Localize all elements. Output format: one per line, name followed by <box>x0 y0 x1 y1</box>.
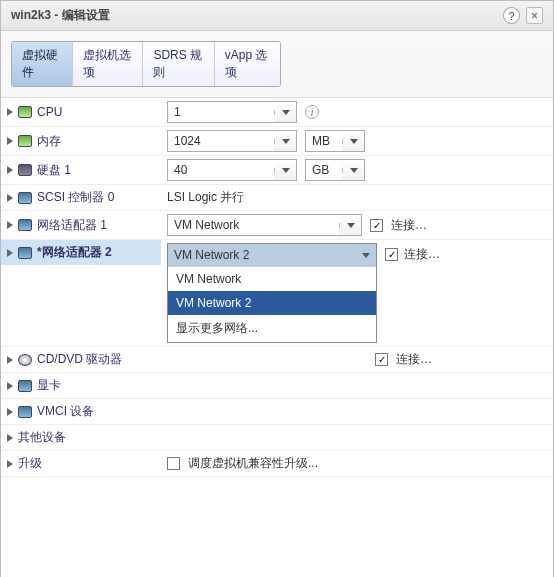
window-title: win2k3 - 编辑设置 <box>11 7 503 24</box>
tab-sdrs-rules[interactable]: SDRS 规则 <box>143 42 214 86</box>
upgrade-label: 升级 <box>18 455 42 472</box>
memory-select[interactable]: 1024 <box>167 130 297 152</box>
net1-connect-checkbox[interactable]: ✓ <box>370 219 383 232</box>
net2-select-open[interactable]: VM Network 2 VM Network VM Network 2 显示更… <box>167 243 377 343</box>
settings-dialog: win2k3 - 编辑设置 ? × 虚拟硬件 虚拟机选项 SDRS 规则 vAp… <box>0 0 554 577</box>
net1-select[interactable]: VM Network <box>167 214 362 236</box>
memory-icon <box>18 135 32 147</box>
row-gpu: 显卡 <box>1 373 553 399</box>
expand-icon[interactable] <box>7 434 13 442</box>
nic-icon <box>18 219 32 231</box>
spacer: 亿速云 <box>1 477 553 577</box>
expand-icon[interactable] <box>7 137 13 145</box>
row-upgrade: 升级 . 调度虚拟机兼容性升级... <box>1 451 553 477</box>
scsi-value: LSI Logic 并行 <box>167 189 244 206</box>
hardware-list: CPU 1 i 内存 1024 <box>1 97 553 577</box>
chevron-down-icon[interactable] <box>274 139 296 144</box>
memory-unit-select[interactable]: MB <box>305 130 365 152</box>
hdd-size-select[interactable]: 40 <box>167 159 297 181</box>
net2-connect-label: 连接… <box>404 246 440 263</box>
cpu-label: CPU <box>37 105 62 119</box>
net2-dropdown-list: VM Network VM Network 2 显示更多网络... <box>168 267 376 342</box>
scsi-label: SCSI 控制器 0 <box>37 189 114 206</box>
chevron-down-icon[interactable] <box>274 110 296 115</box>
vmci-icon <box>18 406 32 418</box>
net1-connect-label: 连接… <box>391 217 427 234</box>
net1-label: 网络适配器 1 <box>37 217 107 234</box>
cd-connect-checkbox[interactable]: ✓ <box>375 353 388 366</box>
nic-icon <box>18 247 32 259</box>
gpu-label: 显卡 <box>37 377 61 394</box>
cd-icon <box>18 354 32 366</box>
cpu-value: 1 <box>168 102 274 122</box>
hdd-label: 硬盘 1 <box>37 162 71 179</box>
row-other: 其他设备 <box>1 425 553 451</box>
tab-virtual-hardware[interactable]: 虚拟硬件 <box>12 42 73 86</box>
hdd-icon <box>18 164 32 176</box>
info-icon[interactable]: i <box>305 105 319 119</box>
expand-icon[interactable] <box>7 356 13 364</box>
tab-vm-options[interactable]: 虚拟机选项 <box>73 42 144 86</box>
other-label: 其他设备 <box>18 429 66 446</box>
hdd-unit: GB <box>306 160 342 180</box>
cpu-icon <box>18 106 32 118</box>
expand-icon[interactable] <box>7 249 13 257</box>
help-icon[interactable]: ? <box>503 7 520 24</box>
row-memory: 内存 1024 MB <box>1 127 553 156</box>
hdd-unit-select[interactable]: GB <box>305 159 365 181</box>
cd-connect-label: 连接… <box>396 351 432 368</box>
expand-icon[interactable] <box>7 382 13 390</box>
chevron-down-icon[interactable] <box>274 168 296 173</box>
net2-value: VM Network 2 <box>174 248 249 262</box>
close-icon[interactable]: × <box>526 7 543 24</box>
row-scsi: SCSI 控制器 0 LSI Logic 并行 <box>1 185 553 211</box>
upgrade-checkbox[interactable]: . <box>167 457 180 470</box>
row-cpu: CPU 1 i <box>1 98 553 127</box>
row-net2: *网络适配器 2 VM Network 2 VM Network VM Netw… <box>1 240 553 347</box>
tab-vapp-options[interactable]: vApp 选项 <box>215 42 280 86</box>
chevron-down-icon[interactable] <box>342 139 364 144</box>
net2-label: *网络适配器 2 <box>37 244 112 261</box>
memory-label: 内存 <box>37 133 61 150</box>
expand-icon[interactable] <box>7 194 13 202</box>
row-cd: CD/DVD 驱动器 ✓ 连接… <box>1 347 553 373</box>
expand-icon[interactable] <box>7 166 13 174</box>
cd-label: CD/DVD 驱动器 <box>37 351 122 368</box>
expand-icon[interactable] <box>7 108 13 116</box>
expand-icon[interactable] <box>7 408 13 416</box>
cpu-select[interactable]: 1 <box>167 101 297 123</box>
row-hdd: 硬盘 1 40 GB <box>1 156 553 185</box>
chevron-down-icon[interactable] <box>342 168 364 173</box>
scsi-icon <box>18 192 32 204</box>
chevron-down-icon[interactable] <box>339 223 361 228</box>
chevron-down-icon[interactable] <box>362 253 370 258</box>
net2-option-vm-network[interactable]: VM Network <box>168 267 376 291</box>
hdd-value: 40 <box>168 160 274 180</box>
expand-icon[interactable] <box>7 460 13 468</box>
gpu-icon <box>18 380 32 392</box>
memory-value: 1024 <box>168 131 274 151</box>
net2-option-vm-network-2[interactable]: VM Network 2 <box>168 291 376 315</box>
expand-icon[interactable] <box>7 221 13 229</box>
titlebar: win2k3 - 编辑设置 ? × <box>1 1 553 31</box>
vmci-label: VMCI 设备 <box>37 403 94 420</box>
row-vmci: VMCI 设备 <box>1 399 553 425</box>
net2-option-more-networks[interactable]: 显示更多网络... <box>168 315 376 342</box>
net1-value: VM Network <box>168 215 339 235</box>
memory-unit: MB <box>306 131 342 151</box>
upgrade-check-label: 调度虚拟机兼容性升级... <box>188 455 318 472</box>
tab-bar: 虚拟硬件 虚拟机选项 SDRS 规则 vApp 选项 <box>11 41 281 87</box>
row-net1: 网络适配器 1 VM Network ✓ 连接… <box>1 211 553 240</box>
net2-connect-checkbox[interactable]: ✓ <box>385 248 398 261</box>
